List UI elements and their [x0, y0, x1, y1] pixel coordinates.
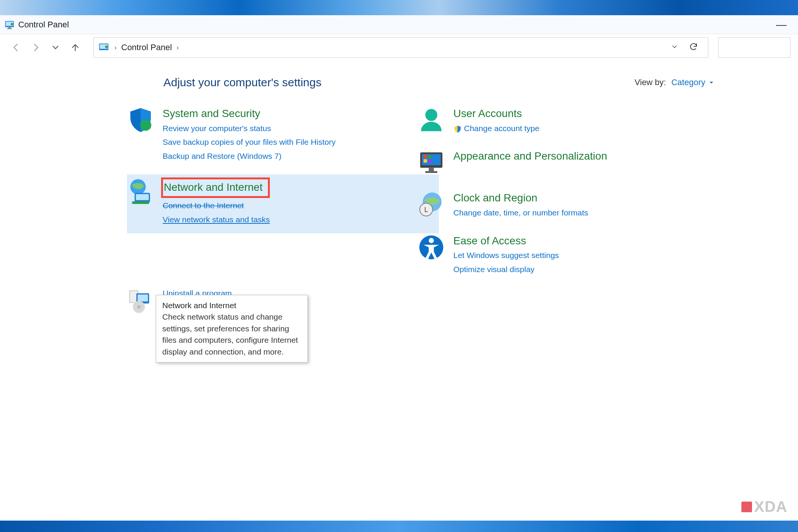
dropdown-caret-icon: [708, 79, 714, 86]
arrow-left-icon: [11, 43, 21, 52]
svg-rect-23: [424, 159, 427, 163]
user-icon: [418, 106, 445, 134]
svg-point-7: [105, 46, 108, 48]
globe-network-icon: [127, 177, 154, 205]
address-bar[interactable]: › Control Panel ›: [93, 37, 708, 58]
tooltip: Network and Internet Check network statu…: [156, 295, 308, 363]
category-sublink[interactable]: Backup and Restore (Windows 7): [163, 150, 336, 163]
svg-rect-12: [132, 201, 149, 204]
refresh-icon: [689, 42, 698, 51]
xda-watermark: XDA: [741, 498, 787, 515]
address-dropdown-button[interactable]: [665, 43, 684, 52]
category-sublink[interactable]: Optimize visual display: [453, 263, 559, 276]
svg-rect-11: [136, 194, 149, 200]
up-button[interactable]: [67, 39, 84, 56]
navigation-toolbar: › Control Panel ›: [0, 34, 798, 61]
desktop-wallpaper-bottom: [0, 521, 798, 532]
svg-rect-22: [428, 155, 431, 158]
arrow-up-icon: [70, 43, 80, 52]
annotation-highlight-box: Network and Internet: [161, 177, 270, 198]
watermark-text: XDA: [754, 498, 787, 515]
tooltip-title: Network and Internet: [162, 300, 301, 311]
svg-rect-25: [429, 168, 434, 171]
view-by-selector[interactable]: View by: Category: [635, 78, 714, 87]
svg-rect-24: [428, 159, 431, 163]
control-panel-icon: [5, 20, 14, 30]
category-appearance[interactable]: Appearance and Personalization: [454, 147, 730, 179]
svg-rect-26: [425, 171, 437, 173]
recent-locations-button[interactable]: [47, 39, 64, 56]
category-clock-region[interactable]: L Clock and Region Change date, time, or…: [454, 188, 730, 221]
category-sublink[interactable]: Change account type: [453, 122, 539, 135]
category-sublink[interactable]: Change date, time, or number formats: [453, 207, 588, 219]
uac-shield-icon: [453, 125, 462, 133]
arrow-right-icon: [31, 43, 41, 52]
category-sublink-text: Change account type: [464, 124, 539, 133]
window-titlebar: Control Panel —: [0, 15, 798, 34]
monitor-icon: [418, 149, 445, 176]
svg-point-31: [429, 238, 434, 243]
svg-rect-21: [424, 155, 427, 158]
view-by-value[interactable]: Category: [671, 78, 714, 87]
control-panel-addr-icon: [98, 42, 109, 53]
svg-text:L: L: [424, 206, 428, 214]
right-column: User Accounts Change account type Appear…: [454, 104, 730, 317]
breadcrumb-separator[interactable]: ›: [113, 44, 118, 52]
accessibility-icon: [418, 234, 445, 261]
forward-button[interactable]: [27, 39, 44, 56]
svg-point-18: [425, 109, 437, 121]
breadcrumb-root[interactable]: Control Panel: [118, 43, 175, 52]
category-network-internet[interactable]: Network and Internet Connect to the Inte…: [127, 174, 439, 233]
category-title-link[interactable]: Ease of Access: [453, 234, 559, 248]
category-user-accounts[interactable]: User Accounts Change account type: [454, 104, 730, 137]
category-title-link[interactable]: Appearance and Personalization: [453, 149, 607, 163]
back-button[interactable]: [8, 39, 24, 56]
svg-rect-3: [7, 28, 12, 29]
category-ease-of-access[interactable]: Ease of Access Let Windows suggest setti…: [454, 231, 730, 278]
svg-rect-2: [8, 27, 11, 28]
search-box[interactable]: [718, 37, 790, 58]
category-system-security[interactable]: System and Security Review your computer…: [163, 104, 439, 165]
chevron-down-icon: [671, 43, 678, 51]
chevron-down-icon: [51, 43, 60, 52]
minimize-button[interactable]: —: [769, 19, 793, 31]
category-sublink[interactable]: Review your computer's status: [163, 122, 336, 135]
svg-point-8: [140, 120, 151, 131]
category-sublink[interactable]: Connect to the Internet: [163, 200, 270, 212]
desktop-wallpaper-top: [0, 0, 798, 15]
svg-point-4: [11, 23, 13, 25]
content-area: Adjust your computer's settings View by:…: [0, 61, 798, 317]
svg-rect-15: [138, 294, 148, 301]
svg-point-17: [137, 306, 141, 309]
category-title-link[interactable]: System and Security: [163, 106, 336, 121]
page-heading: Adjust your computer's settings: [163, 76, 321, 89]
watermark-logo-icon: [741, 502, 752, 512]
category-title-link[interactable]: User Accounts: [453, 106, 539, 121]
category-title-link[interactable]: Clock and Region: [453, 191, 588, 205]
breadcrumb-separator[interactable]: ›: [175, 44, 180, 52]
refresh-button[interactable]: [684, 42, 703, 53]
tooltip-body: Check network status and change settings…: [162, 311, 301, 358]
window-title: Control Panel: [18, 20, 769, 30]
shield-icon: [127, 106, 154, 134]
category-sublink[interactable]: View network status and tasks: [163, 214, 270, 226]
category-sublink[interactable]: Let Windows suggest settings: [453, 249, 559, 262]
view-by-label: View by:: [635, 78, 666, 87]
category-sublink[interactable]: Save backup copies of your files with Fi…: [163, 136, 336, 149]
category-title-link[interactable]: Network and Internet: [164, 181, 263, 193]
globe-clock-icon: L: [418, 191, 445, 218]
view-by-text: Category: [671, 78, 705, 87]
programs-icon: [127, 287, 154, 315]
left-column: System and Security Review your computer…: [163, 104, 439, 317]
